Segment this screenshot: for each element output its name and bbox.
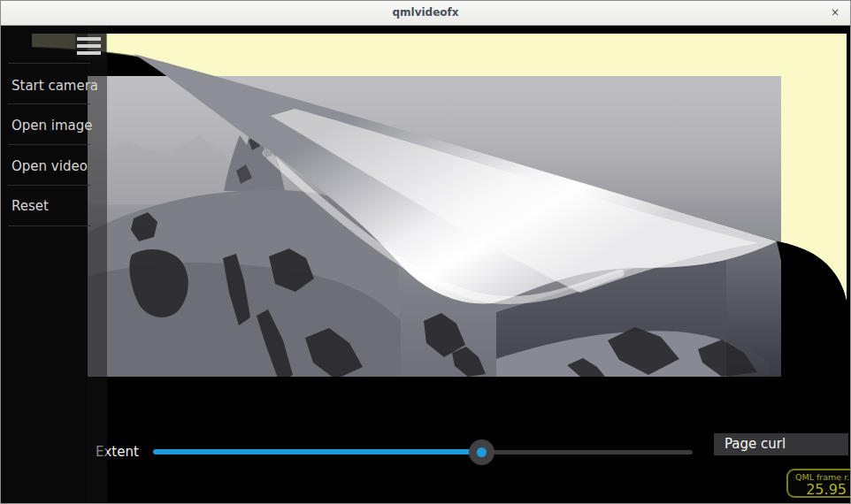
effect-select-button[interactable]: Page curl bbox=[714, 433, 848, 455]
sidebar-item-reset[interactable]: Reset bbox=[12, 197, 49, 215]
sidebar-item-open-image[interactable]: Open image bbox=[12, 117, 93, 134]
title-bar: qmlvideofx × bbox=[1, 1, 850, 26]
sidebar-item-open-video[interactable]: Open video bbox=[12, 157, 88, 175]
close-icon[interactable]: × bbox=[827, 5, 843, 21]
hamburger-bar bbox=[77, 44, 101, 48]
hamburger-bar bbox=[77, 51, 101, 55]
app-window: qmlvideofx × bbox=[0, 0, 851, 504]
sidebar-item-start-camera[interactable]: Start camera bbox=[12, 77, 98, 95]
hamburger-icon[interactable] bbox=[75, 34, 106, 60]
fps-value: 25.95 bbox=[795, 481, 850, 498]
sidebar-panel bbox=[1, 26, 88, 504]
menu-separator bbox=[8, 185, 90, 186]
menu-separator bbox=[8, 144, 90, 145]
fps-badge: QML frame r... 25.95 bbox=[786, 469, 850, 498]
menu-separator bbox=[8, 225, 90, 226]
slider-handle-dot bbox=[477, 447, 487, 457]
menu-separator bbox=[8, 103, 90, 104]
extent-slider-track-filled[interactable] bbox=[153, 449, 483, 454]
page-curl-video-scene bbox=[1, 26, 850, 504]
extent-slider-track[interactable] bbox=[483, 450, 693, 454]
sidebar: Start camera Open image Open video Reset bbox=[1, 26, 107, 504]
extent-slider-handle[interactable] bbox=[469, 439, 494, 465]
hamburger-bar bbox=[77, 37, 101, 41]
window-title: qmlvideofx bbox=[1, 6, 850, 19]
main-area: Extent Page curl QML frame r... 25.95 St… bbox=[1, 26, 850, 504]
menu-separator bbox=[8, 63, 90, 64]
